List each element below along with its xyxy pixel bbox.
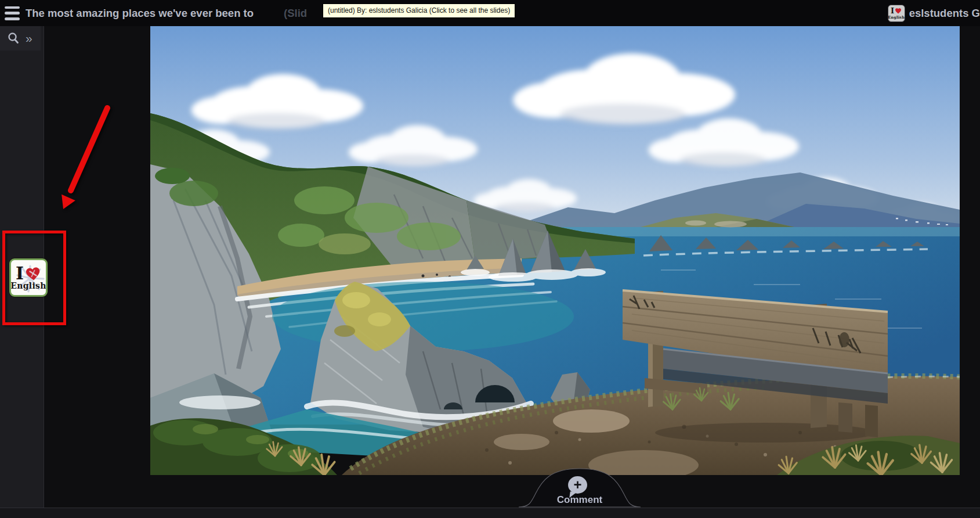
account-area[interactable]: I English eslstudents G <box>888 0 980 26</box>
slide-indicator: (Slid <box>284 7 307 20</box>
comment-button[interactable]: + Comment <box>519 466 641 508</box>
expand-sidebar-icon[interactable]: » <box>26 31 32 45</box>
app-window: The most amazing places we've ever been … <box>0 0 980 518</box>
header-bar: The most amazing places we've ever been … <box>0 0 980 26</box>
slide-photo-image <box>150 26 960 475</box>
slide-tooltip: (untitled) By: eslstudents Galicia (Clic… <box>323 3 515 18</box>
heart-icon <box>895 8 902 14</box>
bottom-bar <box>0 508 980 518</box>
thumb-logo-word: English <box>10 281 46 290</box>
slide-sidebar: » I <box>0 26 44 508</box>
heart-icon <box>24 265 42 282</box>
account-name[interactable]: eslstudents G <box>909 7 980 20</box>
page-title: The most amazing places we've ever been … <box>26 7 254 20</box>
logo-letter: I <box>891 7 894 15</box>
comment-label: Comment <box>519 494 641 506</box>
slide-viewer-area <box>45 26 980 508</box>
slide-thumbnail[interactable]: I English <box>9 258 51 301</box>
slide-photo[interactable] <box>150 26 960 475</box>
add-comment-icon[interactable]: + <box>568 476 587 494</box>
account-logo[interactable]: I English <box>888 5 905 22</box>
plus-glyph: + <box>573 478 581 492</box>
logo-word: English <box>888 15 905 20</box>
menu-icon[interactable] <box>5 6 20 20</box>
sidebar-toolbar: » <box>0 26 41 51</box>
thumb-logo-letter: I <box>16 265 24 282</box>
search-icon[interactable] <box>7 32 20 45</box>
